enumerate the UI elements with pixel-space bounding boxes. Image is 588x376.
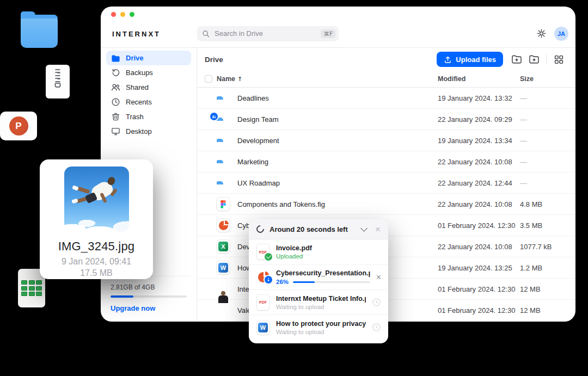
upload-item: W How to protect your privacy.doc Waitin… [249,315,388,340]
window-controls [111,12,134,17]
app-header: INTERNXT ⌘F JA [101,7,575,48]
sidebar-item-trash[interactable]: Trash [106,109,191,124]
sidebar-item-backups[interactable]: Backups [106,65,191,80]
upload-progress-bar [293,281,370,283]
sidebar-item-label: Desktop [126,127,152,135]
upload-time-remaining: Around 20 seconds left [270,225,362,233]
search-icon [202,30,210,38]
create-folder-button[interactable] [528,53,541,66]
sidebar-item-label: Backups [126,69,153,77]
grid-view-button[interactable] [552,53,565,66]
desktop-folder-icon[interactable] [21,15,58,48]
storage-progress-bar [111,295,187,298]
zip-file-icon[interactable] [46,65,70,98]
upload-folder-button[interactable] [510,53,523,66]
search-shortcut-badge: ⌘F [321,29,335,38]
table-row[interactable]: Deadlines 19 January 2024. 13:32 — [197,88,575,109]
sidebar-item-label: Recents [126,98,152,106]
upload-item: PDF Internxt Meetup Ticket Info.pdf Wait… [249,289,388,315]
image-date: 9 Jan 2024, 09:41 [40,257,153,267]
search-bar[interactable]: ⌘F [197,26,339,41]
photo-thumbnail [64,167,129,232]
folder-icon [111,53,120,63]
waiting-clock-icon [372,323,381,332]
column-header-size: Size [520,75,566,83]
upload-item-name: Invoice.pdf [276,244,381,252]
settings-button[interactable] [534,27,548,41]
gear-icon [536,28,547,39]
folder-plus-icon [529,54,540,64]
image-preview-card[interactable]: IMG_3245.jpg 9 Jan 2024, 09:41 17.5 MB [40,159,153,279]
select-all-checkbox[interactable] [205,75,212,83]
upload-progress-modal: Around 20 seconds left × PDF Invoice.pdf… [249,219,388,343]
upgrade-now-link[interactable]: Upgrade now [111,304,187,312]
close-window-button[interactable] [111,12,116,17]
sidebar-item-shared[interactable]: Shared [106,80,191,95]
breadcrumb: Drive [205,56,223,64]
zipper-pull-glyph [55,83,61,88]
upload-item-status: Waiting to upload [276,304,366,310]
image-filename: IMG_3245.jpg [40,239,153,254]
word-icon: W [217,261,230,274]
upload-item-name: Internxt Meetup Ticket Info.pdf [276,295,366,303]
powerpoint-logo-icon: P [9,116,28,135]
sidebar-item-desktop[interactable]: Desktop [106,124,191,139]
spreadsheet-grid-glyph [21,280,42,296]
shared-badge-icon [209,112,219,121]
pdf-icon: PDF [257,295,269,310]
close-modal-icon[interactable]: × [375,225,381,234]
upload-percent: 26% [276,279,289,285]
word-icon: W [257,320,270,335]
upload-item: ↓ Cybersecurity_Presentation.ppt 26% × [249,264,388,289]
table-row[interactable]: Development 19 January 2024. 13:34 — [197,130,575,151]
grid-icon [554,55,564,64]
storage-progress-fill [111,295,133,298]
storage-usage-label: 2.81GB of 4GB [111,283,187,291]
trash-icon [111,112,120,121]
clock-icon [111,97,120,107]
sort-ascending-icon: ↑ [237,76,242,83]
collapse-chevron-down-icon[interactable] [360,225,367,232]
table-row[interactable]: UX Roadmap 22 January 2024. 12:44 — [197,172,575,194]
sidebar-item-drive[interactable]: Drive [106,51,191,65]
sidebar-item-label: Shared [126,83,149,91]
upload-item-status: Uploaded [276,253,381,260]
waiting-clock-icon [372,298,381,307]
internxt-logo: INTERNXT [112,30,161,38]
upload-progress-fill [293,281,315,283]
table-header: Name ↑ Modified Size [197,71,575,88]
cancel-upload-icon[interactable]: × [376,273,381,282]
powerpoint-file-icon[interactable]: P [0,112,37,140]
sidebar-item-label: Trash [126,113,144,121]
upload-files-button[interactable]: Upload files [437,52,503,67]
excel-icon: X [217,240,230,253]
image-size: 17.5 MB [40,268,153,278]
zoom-window-button[interactable] [130,12,134,17]
minimize-window-button[interactable] [120,12,125,17]
sidebar-item-label: Drive [126,54,144,62]
account-avatar[interactable]: JA [554,27,568,41]
uploading-arrow-icon: ↓ [264,275,273,285]
users-icon [111,83,120,92]
monitor-icon [111,127,120,136]
upload-icon [444,56,452,64]
spinner-icon [255,224,266,235]
column-header-name[interactable]: Name ↑ [217,75,438,83]
sidebar-item-recents[interactable]: Recents [106,95,191,109]
search-input[interactable] [213,29,317,38]
table-row[interactable]: Components and Tokens.fig 22 January 202… [197,194,575,215]
upload-item-name: How to protect your privacy.doc [276,320,366,328]
table-row[interactable]: Design Team 22 January 2024. 09:29 — [197,109,575,130]
drive-toolbar: Drive Upload files [197,48,575,71]
powerpoint-icon [217,219,230,232]
upload-item-name: Cybersecurity_Presentation.ppt [276,269,370,277]
toolbar-divider [546,54,547,64]
column-header-modified: Modified [438,75,520,83]
table-row[interactable]: Marketing 22 January 2024. 10:08 — [197,151,575,172]
storage-indicator: 2.81GB of 4GB Upgrade now [106,276,191,321]
figma-icon [217,198,230,211]
history-icon [111,68,120,77]
upload-modal-header: Around 20 seconds left × [249,219,388,239]
desktop-background: { "brand": { "logo": "INTERNXT" }, "sear… [0,0,588,376]
upload-item-status: Waiting to upload [276,329,366,335]
